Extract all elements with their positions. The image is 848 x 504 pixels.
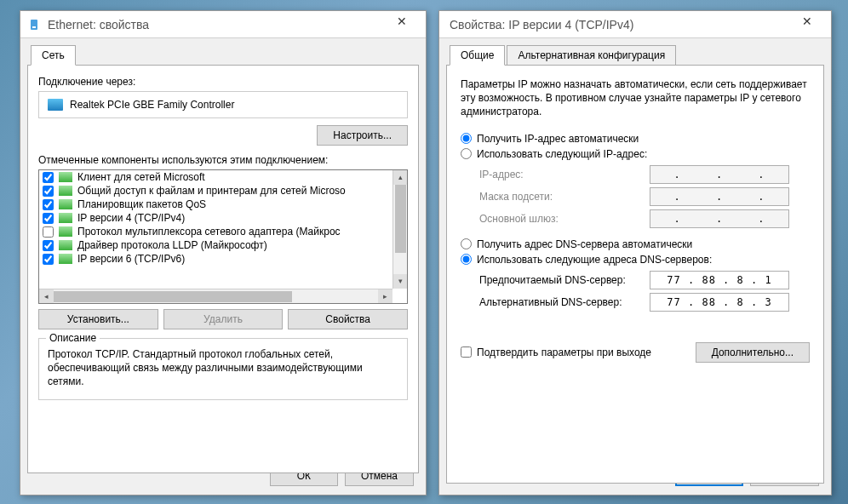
scroll-down[interactable]: ▾: [393, 274, 407, 289]
titlebar: Ethernet: свойства ✕: [20, 11, 426, 38]
protocol-icon: [59, 226, 72, 237]
dns-pref-field[interactable]: 77 . 88 . 8 . 1: [650, 271, 789, 289]
ip-address-label: IP-адрес:: [479, 169, 650, 180]
protocol-icon: [59, 172, 72, 182]
component-checkbox[interactable]: [43, 254, 54, 265]
description-legend: Описание: [46, 332, 100, 344]
component-row[interactable]: Общий доступ к файлам и принтерам для се…: [39, 184, 392, 198]
radio-dns-auto-input[interactable]: [461, 238, 472, 249]
component-checkbox[interactable]: [43, 240, 54, 251]
gateway-label: Основной шлюз:: [479, 213, 650, 225]
radio-dns-manual-label: Использовать следующие адреса DNS-сервер…: [477, 254, 712, 266]
protocol-icon: [59, 213, 72, 223]
component-row[interactable]: IP версии 4 (TCP/IPv4): [39, 211, 392, 225]
ipv4-properties-dialog: Свойства: IP версии 4 (TCP/IPv4) ✕ Общие…: [438, 10, 832, 495]
scroll-left[interactable]: ◂: [39, 289, 54, 303]
tab-network[interactable]: Сеть: [31, 45, 76, 66]
component-row[interactable]: Драйвер протокола LLDP (Майкрософт): [39, 238, 392, 252]
subnet-mask-label: Маска подсети:: [479, 191, 650, 203]
remove-button[interactable]: Удалить: [163, 309, 284, 329]
dns-alt-label: Альтернативный DNS-сервер:: [479, 296, 650, 308]
component-checkbox[interactable]: [43, 172, 54, 183]
nic-name: Realtek PCIe GBE Family Controller: [70, 99, 234, 111]
component-checkbox[interactable]: [43, 226, 54, 238]
properties-button[interactable]: Свойства: [288, 309, 408, 329]
dns-pref-label: Предпочитаемый DNS-сервер:: [479, 274, 650, 286]
dialog-title: Ethernet: свойства: [48, 18, 385, 32]
component-checkbox[interactable]: [43, 213, 54, 224]
svg-rect-0: [31, 20, 37, 30]
components-listbox[interactable]: Клиент для сетей MicrosoftОбщий доступ к…: [38, 169, 408, 304]
svg-rect-1: [32, 26, 36, 28]
tab-panel-network: Подключение через: Realtek PCIe GBE Fami…: [27, 65, 419, 473]
validate-on-exit-row[interactable]: Подтвердить параметры при выходе: [461, 346, 651, 358]
advanced-button[interactable]: Дополнительно...: [696, 342, 810, 363]
component-checkbox[interactable]: [43, 186, 54, 197]
component-checkbox[interactable]: [43, 199, 54, 210]
connect-via-label: Подключение через:: [38, 76, 408, 88]
component-row[interactable]: Клиент для сетей Microsoft: [39, 170, 392, 184]
dns-alt-field[interactable]: 77 . 88 . 8 . 3: [650, 293, 789, 312]
component-label: Драйвер протокола LLDP (Майкрософт): [77, 239, 267, 251]
radio-dns-manual[interactable]: Использовать следующие адреса DNS-сервер…: [461, 254, 810, 266]
scroll-thumb-h[interactable]: [54, 291, 292, 302]
validate-on-exit-checkbox[interactable]: [461, 346, 472, 358]
ip-info-text: Параметры IP можно назначать автоматичес…: [461, 77, 810, 119]
ethernet-properties-dialog: Ethernet: свойства ✕ Сеть Подключение че…: [20, 10, 427, 495]
component-row[interactable]: IP версии 6 (TCP/IPv6): [39, 252, 392, 266]
close-button[interactable]: ✕: [385, 14, 419, 35]
dialog-title: Свойства: IP версии 4 (TCP/IPv4): [450, 18, 790, 32]
gateway-field: . . .: [650, 209, 789, 228]
protocol-icon: [59, 199, 72, 209]
install-button[interactable]: Установить...: [38, 309, 158, 329]
vertical-scrollbar[interactable]: ▴ ▾: [392, 170, 407, 289]
protocol-icon: [59, 240, 72, 250]
radio-ip-auto-label: Получить IP-адрес автоматически: [477, 133, 639, 145]
subnet-mask-field: . . .: [650, 187, 789, 206]
radio-dns-manual-input[interactable]: [461, 254, 472, 265]
scroll-up[interactable]: ▴: [393, 170, 407, 185]
radio-ip-manual-label: Использовать следующий IP-адрес:: [477, 148, 647, 160]
components-label: Отмеченные компоненты используются этим …: [38, 154, 408, 166]
scroll-right[interactable]: ▸: [378, 289, 392, 303]
protocol-icon: [59, 254, 72, 264]
tab-alternate-config[interactable]: Альтернативная конфигурация: [507, 45, 676, 65]
nic-icon: [48, 99, 63, 111]
titlebar: Свойства: IP версии 4 (TCP/IPv4) ✕: [439, 11, 831, 38]
description-text: Протокол TCP/IP. Стандартный протокол гл…: [48, 347, 398, 389]
scroll-thumb[interactable]: [395, 185, 406, 253]
tab-panel-general: Параметры IP можно назначать автоматичес…: [446, 65, 824, 484]
radio-ip-manual[interactable]: Использовать следующий IP-адрес:: [461, 148, 810, 160]
validate-on-exit-label: Подтвердить параметры при выходе: [477, 346, 651, 358]
component-label: Планировщик пакетов QoS: [77, 198, 206, 210]
radio-dns-auto-label: Получить адрес DNS-сервера автоматически: [477, 238, 692, 250]
nic-display: Realtek PCIe GBE Family Controller: [38, 91, 408, 118]
close-button[interactable]: ✕: [790, 14, 824, 35]
component-label: Протокол мультиплексора сетевого адаптер…: [77, 226, 341, 238]
description-group: Описание Протокол TCP/IP. Стандартный пр…: [38, 338, 408, 400]
component-row[interactable]: Протокол мультиплексора сетевого адаптер…: [39, 225, 392, 238]
horizontal-scrollbar[interactable]: ◂ ▸: [39, 289, 392, 303]
ip-address-field: . . .: [650, 165, 789, 184]
radio-ip-manual-input[interactable]: [461, 148, 472, 159]
radio-dns-auto[interactable]: Получить адрес DNS-сервера автоматически: [461, 238, 810, 250]
component-label: IP версии 6 (TCP/IPv6): [77, 253, 185, 265]
component-label: Клиент для сетей Microsoft: [77, 171, 205, 183]
configure-button[interactable]: Настроить...: [317, 125, 408, 146]
tab-general[interactable]: Общие: [450, 45, 505, 66]
component-label: Общий доступ к файлам и принтерам для се…: [77, 185, 346, 197]
radio-ip-auto[interactable]: Получить IP-адрес автоматически: [461, 133, 810, 145]
protocol-icon: [59, 186, 72, 196]
ethernet-icon: [27, 18, 41, 32]
component-row[interactable]: Планировщик пакетов QoS: [39, 198, 392, 211]
component-label: IP версии 4 (TCP/IPv4): [77, 212, 185, 224]
radio-ip-auto-input[interactable]: [461, 133, 472, 144]
